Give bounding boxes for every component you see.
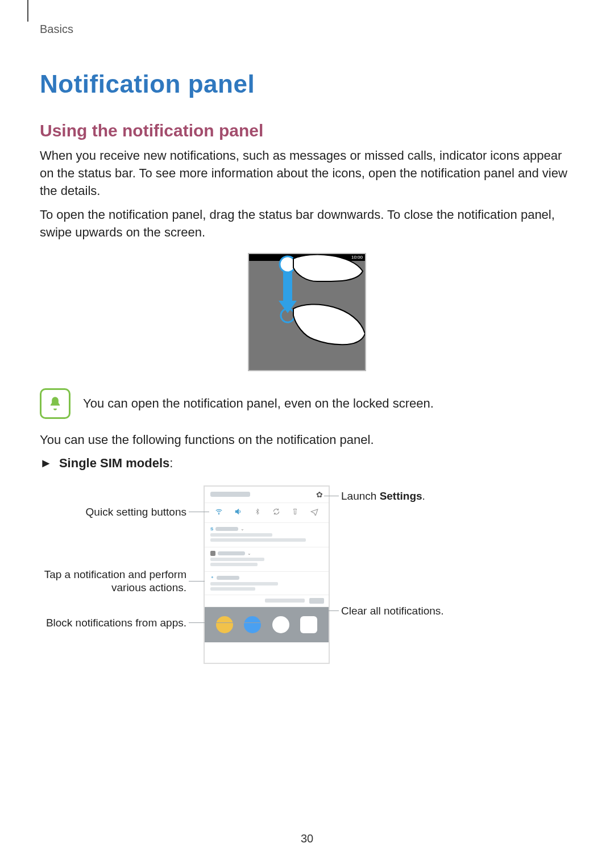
leader-line: [324, 610, 339, 611]
leader-line: [263, 616, 263, 622]
note-row: You can open the notification panel, eve…: [40, 388, 574, 419]
page-title: Notification panel: [40, 70, 574, 98]
callout-tap-notification: Tap a notification and perform various a…: [28, 568, 186, 595]
callout-block-notifications: Block notifications from apps.: [40, 617, 186, 630]
quick-settings-row: [205, 503, 329, 523]
swipe-down-figure: 10:00: [248, 253, 366, 371]
paragraph-3: You can use the following functions on t…: [40, 431, 574, 449]
phone-screenshot: ✿: [205, 487, 329, 663]
paragraph-1: When you receive new notifications, such…: [40, 147, 574, 200]
paragraph-2: To open the notification panel, drag the…: [40, 206, 574, 242]
callout-launch-settings-prefix: Launch: [341, 490, 380, 502]
bell-icon: [40, 388, 70, 419]
notification-panel-diagram: ✿: [40, 487, 574, 668]
svg-point-4: [219, 514, 219, 514]
running-head: Basics: [40, 23, 574, 36]
bluetooth-icon: [254, 508, 261, 517]
section-subhead: Using the notification panel: [40, 121, 574, 140]
callout-quick-settings: Quick setting buttons: [40, 506, 186, 519]
single-sim-bullet: ► Single SIM models:: [40, 456, 574, 471]
callout-clear-all: Clear all notifications.: [341, 605, 512, 618]
rotate-icon: [272, 508, 280, 517]
bullet-colon: :: [169, 456, 173, 470]
notification-card-3: ⚬: [205, 572, 329, 595]
wifi-icon: [215, 508, 223, 517]
page-number: 30: [0, 832, 614, 845]
leader-line: [189, 581, 205, 582]
panel-action-row: [205, 595, 329, 607]
callout-launch-settings: Launch Settings.: [341, 490, 512, 503]
leader-line: [189, 622, 263, 623]
gear-icon: ✿: [316, 490, 323, 499]
bullet-label: Single SIM models: [59, 456, 169, 470]
sound-icon: [234, 508, 242, 517]
bullet-arrow: ►: [40, 456, 52, 470]
notification-card-2: ⌄: [205, 547, 329, 572]
note-text: You can open the notification panel, eve…: [83, 395, 434, 413]
leader-line: [189, 512, 209, 512]
swipe-down-illustration: [249, 254, 365, 370]
airplane-icon: [310, 508, 318, 517]
flashlight-icon: [292, 508, 298, 517]
leader-line: [324, 496, 339, 496]
app-dock-row: [205, 607, 329, 642]
callout-launch-settings-bold: Settings: [380, 490, 422, 502]
callout-launch-settings-suffix: .: [422, 490, 425, 502]
page-margin-rule: [27, 0, 28, 22]
notification-card-1: S ⌄: [205, 523, 329, 547]
